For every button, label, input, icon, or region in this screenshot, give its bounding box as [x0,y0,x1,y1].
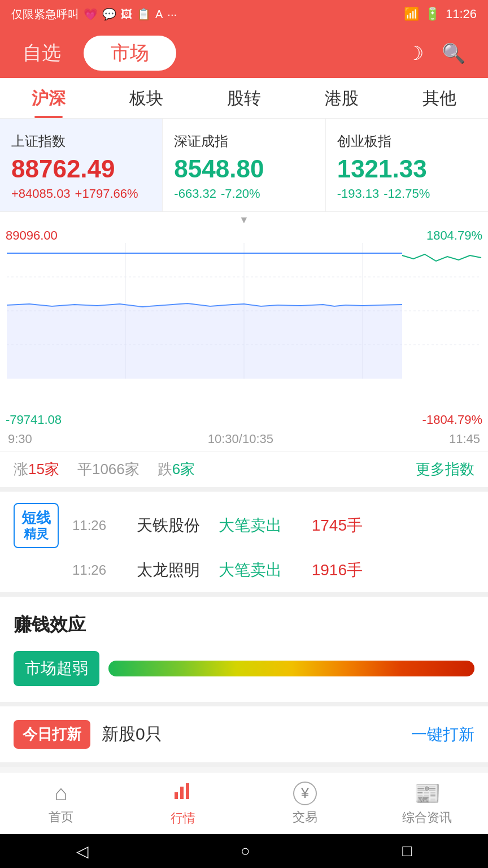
market-stats-left: 涨15家 平1066家 跌6家 [14,459,195,479]
chart-top-left: 89096.00 [6,228,58,243]
bottom-nav-news-label: 综合资讯 [402,809,452,826]
nav-shichang[interactable]: 市场 [84,36,176,71]
index-change-2: -193.13 [337,186,380,201]
money-effect-section: 赚钱效应 市场超弱 [0,597,488,706]
market-icon [172,780,194,806]
index-changes-2: -193.13 -12.75% [337,186,477,201]
nav-zixuan[interactable]: 自选 [23,40,61,66]
money-effect-gradient [108,661,474,676]
shortline-section: 短线 精灵 11:26 天铁股份 大笔卖出 1745手 11:26 太龙照明 大… [0,492,488,597]
money-effect-bar: 市场超弱 [14,651,474,686]
one-click-btn[interactable]: 一键打新 [411,724,474,745]
status-heart-icon: 💗 [84,7,98,21]
triangle-icon: ▼ [239,214,249,226]
tab-hushen[interactable]: 沪深 [0,87,98,118]
back-btn[interactable]: ◁ [76,842,89,861]
news-icon: 📰 [414,781,441,806]
chart-time-mid: 10:30/10:35 [208,432,273,446]
recent-btn[interactable]: □ [402,842,412,860]
status-icon5: ··· [167,8,177,21]
bottom-nav-trade[interactable]: ¥ 交易 [244,772,366,834]
index-value-2: 1321.33 [337,155,477,183]
jrDaXin-badge: 今日打新 [14,720,90,749]
chart-time-start: 9:30 [8,432,32,446]
status-icon3: 📋 [137,7,151,21]
new-stocks-left: 今日打新 新股0只 [14,720,162,749]
svg-rect-9 [180,787,184,799]
index-name-1: 深证成指 [174,132,313,150]
index-changes-0: +84085.03 +1797.66% [11,186,151,201]
index-change-0: +84085.03 [11,186,71,201]
status-emergency-text: 仅限紧急呼叫 [11,7,79,22]
tabs-bar: 沪深 板块 股转 港股 其他 [0,78,488,119]
index-card-shenzhen[interactable]: 深证成指 8548.80 -663.32 -7.20% [163,119,325,211]
shortline-row-1: 11:26 太龙照明 大笔卖出 1916手 [14,559,363,581]
time-display: 11:26 [446,7,477,21]
status-bar: 仅限紧急呼叫 💗 💬 🖼 📋 A ··· 📶 🔋 11:26 [0,0,488,28]
chart-label-bottom: -79741.08 -1804.79% [0,413,488,431]
svg-rect-10 [186,783,189,799]
index-cards: 上证指数 88762.49 +84085.03 +1797.66% 深证成指 8… [0,119,488,212]
header: 自选 市场 ☽ 🔍 [0,28,488,78]
chart-bottom-left: -79741.08 [6,413,62,427]
tab-ganggu[interactable]: 港股 [293,87,390,118]
bottom-nav-market[interactable]: 行情 [122,772,244,834]
index-changepct-1: -7.20% [221,186,260,201]
battery-icon: 🔋 [425,7,440,21]
index-card-shangzheng[interactable]: 上证指数 88762.49 +84085.03 +1797.66% [0,119,163,211]
home-icon: ⌂ [55,781,68,805]
chart-time: 9:30 10:30/10:35 11:45 [0,431,488,451]
status-icon2: 🖼 [121,8,132,21]
chart-triangle: ▼ [0,212,488,228]
bottom-nav-home-label: 首页 [49,809,73,826]
wifi-icon: 📶 [404,7,419,21]
search-icon[interactable]: 🔍 [442,42,465,64]
index-change-1: -663.32 [174,186,216,201]
trade-icon: ¥ [293,782,317,805]
stats-flat: 平1066家 [77,459,140,479]
index-value-0: 88762.49 [11,155,151,183]
tab-qita[interactable]: 其他 [390,87,488,118]
bottom-nav: ⌂ 首页 行情 ¥ 交易 📰 综合资讯 [0,772,488,834]
header-icons: ☽ 🔍 [407,42,465,64]
bottom-nav-market-label: 行情 [171,810,195,827]
svg-marker-7 [7,303,402,379]
new-stocks-section: 今日打新 新股0只 一键打新 [0,706,488,767]
index-name-2: 创业板指 [337,132,477,150]
index-changepct-2: -12.75% [384,186,430,201]
market-stats: 涨15家 平1066家 跌6家 更多指数 [0,451,488,492]
chart-time-end: 11:45 [449,432,480,446]
index-changes-1: -663.32 -7.20% [174,186,313,201]
tab-bankuai[interactable]: 板块 [98,87,195,118]
header-nav: 自选 市场 [23,36,176,71]
index-changepct-0: +1797.66% [75,186,138,201]
stats-up: 涨15家 [14,459,59,479]
moon-icon[interactable]: ☽ [407,42,424,64]
status-icon1: 💬 [102,7,116,21]
chart-bottom-right: -1804.79% [422,413,482,427]
chart-label-top: 89096.00 1804.79% [0,228,488,243]
stats-down: 跌6家 [158,459,195,479]
chart-container[interactable] [0,243,488,413]
svg-rect-8 [175,792,178,799]
status-icon4: A [155,8,163,21]
more-index-link[interactable]: 更多指数 [416,459,474,479]
chart-top-right: 1804.79% [426,228,482,243]
status-left: 仅限紧急呼叫 💗 💬 🖼 📋 A ··· [11,7,177,22]
tab-guzhuantong[interactable]: 股转 [195,87,293,118]
index-name-0: 上证指数 [11,132,151,150]
money-effect-title: 赚钱效应 [14,613,474,637]
index-value-1: 8548.80 [174,155,313,183]
android-nav: ◁ ○ □ [0,834,488,868]
shortline-badge: 短线 精灵 [14,503,59,548]
index-card-chuangye[interactable]: 创业板指 1321.33 -193.13 -12.75% [326,119,488,211]
shortline-row-0: 短线 精灵 11:26 天铁股份 大笔卖出 1745手 [14,503,363,548]
chart-area: ▼ 89096.00 1804.79% -79741.08 -1804.79% … [0,212,488,451]
new-stocks-info: 新股0只 [102,723,162,746]
bottom-nav-news[interactable]: 📰 综合资讯 [366,772,488,834]
status-right: 📶 🔋 11:26 [404,7,477,21]
bottom-nav-trade-label: 交易 [293,809,317,826]
home-btn[interactable]: ○ [241,842,250,860]
market-status-label: 市场超弱 [14,651,99,686]
bottom-nav-home[interactable]: ⌂ 首页 [0,772,122,834]
